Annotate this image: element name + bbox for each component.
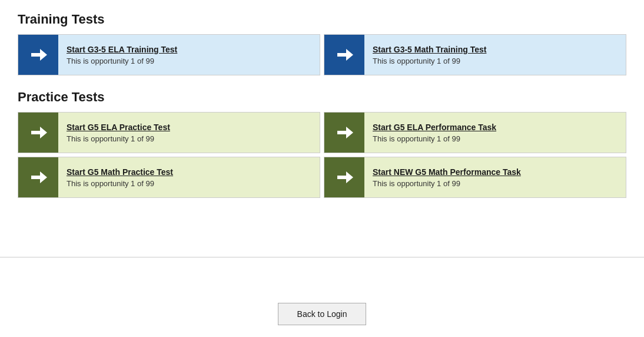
training-test-card-1[interactable]: Start G3-5 Math Training TestThis is opp… bbox=[324, 34, 626, 75]
test-card-content: Start NEW G5 Math Performance TaskThis i… bbox=[364, 161, 626, 194]
training-test-card-0[interactable]: Start G3-5 ELA Training TestThis is oppo… bbox=[18, 34, 320, 75]
test-card-title: Start G5 Math Practice Test bbox=[67, 167, 311, 177]
test-card-content: Start G5 Math Practice TestThis is oppor… bbox=[58, 161, 320, 194]
back-to-login-container: Back to Login bbox=[0, 303, 644, 325]
back-to-login-button[interactable]: Back to Login bbox=[278, 303, 367, 325]
test-card-title: Start G3-5 Math Training Test bbox=[373, 45, 618, 54]
practice-section: Practice Tests Start G5 ELA Practice Tes… bbox=[18, 90, 626, 198]
arrow-icon bbox=[18, 35, 58, 75]
arrow-icon bbox=[324, 157, 364, 197]
test-card-subtitle: This is opportunity 1 of 99 bbox=[67, 179, 311, 188]
practice-test-card-1[interactable]: Start G5 ELA Performance TaskThis is opp… bbox=[324, 112, 626, 153]
arrow-icon bbox=[18, 113, 58, 153]
practice-test-card-3[interactable]: Start NEW G5 Math Performance TaskThis i… bbox=[324, 157, 626, 198]
training-section-title: Training Tests bbox=[18, 12, 626, 27]
test-card-title: Start G5 ELA Practice Test bbox=[67, 123, 311, 132]
test-card-title: Start G5 ELA Performance Task bbox=[373, 123, 618, 132]
training-section: Training Tests Start G3-5 ELA Training T… bbox=[18, 12, 626, 75]
test-card-title: Start NEW G5 Math Performance Task bbox=[373, 167, 618, 177]
arrow-icon bbox=[324, 35, 364, 75]
test-card-content: Start G3-5 ELA Training TestThis is oppo… bbox=[58, 39, 320, 71]
test-card-content: Start G3-5 Math Training TestThis is opp… bbox=[364, 39, 626, 71]
training-test-grid: Start G3-5 ELA Training TestThis is oppo… bbox=[18, 34, 626, 75]
practice-test-card-2[interactable]: Start G5 Math Practice TestThis is oppor… bbox=[18, 157, 320, 198]
arrow-icon bbox=[18, 157, 58, 197]
test-card-subtitle: This is opportunity 1 of 99 bbox=[67, 134, 311, 143]
practice-test-grid: Start G5 ELA Practice TestThis is opport… bbox=[18, 112, 626, 198]
footer-divider bbox=[0, 257, 644, 257]
test-card-subtitle: This is opportunity 1 of 99 bbox=[67, 57, 311, 65]
practice-test-card-0[interactable]: Start G5 ELA Practice TestThis is opport… bbox=[18, 112, 320, 153]
test-card-content: Start G5 ELA Practice TestThis is opport… bbox=[58, 117, 320, 149]
page-wrapper: Training Tests Start G3-5 ELA Training T… bbox=[0, 0, 644, 257]
test-card-subtitle: This is opportunity 1 of 99 bbox=[373, 57, 618, 65]
test-card-content: Start G5 ELA Performance TaskThis is opp… bbox=[364, 117, 626, 149]
test-card-subtitle: This is opportunity 1 of 99 bbox=[373, 179, 618, 188]
test-card-subtitle: This is opportunity 1 of 99 bbox=[373, 134, 618, 143]
practice-section-title: Practice Tests bbox=[18, 90, 626, 105]
test-card-title: Start G3-5 ELA Training Test bbox=[67, 45, 311, 54]
arrow-icon bbox=[324, 113, 364, 153]
